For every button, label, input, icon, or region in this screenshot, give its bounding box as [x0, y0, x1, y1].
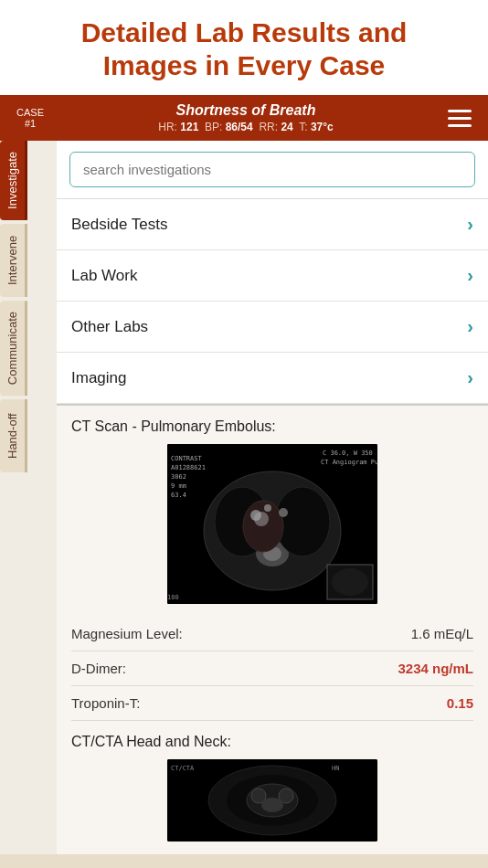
content-area: Bedside Tests › Lab Work › Other Labs › …	[57, 141, 488, 854]
sidebar-item-communicate[interactable]: Communicate	[0, 301, 27, 396]
svg-text:CONTRAST: CONTRAST	[171, 455, 203, 462]
svg-point-19	[332, 568, 368, 596]
sidebar-item-intervene[interactable]: Intervene	[0, 224, 27, 297]
menu-item-imaging[interactable]: Imaging ›	[57, 353, 488, 404]
case-name: Shortness of Breath	[57, 102, 435, 119]
lab-result-ddimer: D-Dimer: 3234 ng/mL	[71, 651, 473, 686]
svg-text:CT Angiogram Pulmon: CT Angiogram Pulmon	[321, 459, 377, 466]
ct-scan-title: CT Scan - Pulmonary Embolus:	[71, 418, 473, 435]
search-input[interactable]	[69, 152, 475, 187]
svg-text:HN: HN	[332, 765, 339, 772]
svg-text:3062: 3062	[171, 473, 186, 481]
svg-point-9	[264, 504, 271, 512]
ct-scan-image: C 36.0, W 350 CT Angiogram Pulmon CONTRA…	[167, 444, 377, 604]
svg-text:9 mm: 9 mm	[171, 482, 186, 490]
results-section: CT Scan - Pulmonary Embolus:	[57, 404, 488, 854]
sidebar-tabs: Investigate Intervene Communicate Hand-o…	[0, 141, 27, 476]
menu-item-bedside-tests[interactable]: Bedside Tests ›	[57, 199, 488, 250]
svg-text:A01288621: A01288621	[171, 464, 206, 471]
nav-arrows[interactable]: »	[13, 862, 22, 868]
svg-point-6	[243, 501, 283, 552]
sidebar-item-investigate[interactable]: Investigate	[0, 141, 27, 220]
chevron-right-icon: ›	[467, 214, 473, 235]
case-number: Case #1	[13, 107, 48, 129]
page-title-section: Detailed Lab Results and Images in Every…	[0, 0, 488, 95]
svg-text:63.4: 63.4	[171, 492, 186, 499]
svg-text:100: 100	[167, 594, 179, 601]
bottom-nav: »	[0, 854, 488, 868]
svg-point-27	[261, 798, 283, 812]
svg-text:C  36.0, W  350: C 36.0, W 350	[323, 450, 373, 457]
hamburger-button[interactable]	[444, 106, 475, 131]
page-title: Detailed Lab Results and Images in Every…	[15, 16, 473, 82]
svg-text:CT/CTA: CT/CTA	[171, 765, 195, 772]
main-layout: Investigate Intervene Communicate Hand-o…	[0, 141, 488, 854]
menu-list: Bedside Tests › Lab Work › Other Labs › …	[57, 199, 488, 404]
menu-item-other-labs[interactable]: Other Labs ›	[57, 302, 488, 353]
search-bar	[57, 141, 488, 199]
chevron-right-icon: ›	[467, 316, 473, 337]
chevron-right-icon: ›	[467, 265, 473, 286]
svg-point-8	[279, 508, 288, 517]
case-info: Shortness of Breath HR: 121 BP: 86/54 RR…	[57, 102, 435, 133]
lab-result-troponin: Troponin-T: 0.15	[71, 686, 473, 721]
cta-head-neck-image: CT/CTA HN	[167, 759, 377, 842]
case-bar: Case #1 Shortness of Breath HR: 121 BP: …	[0, 95, 488, 141]
sidebar-item-handoff[interactable]: Hand-off	[0, 399, 27, 472]
svg-point-10	[254, 512, 269, 526]
lab-result-magnesium: Magnesium Level: 1.6 mEq/L	[71, 617, 473, 651]
menu-item-lab-work[interactable]: Lab Work ›	[57, 250, 488, 302]
chevron-right-icon: ›	[467, 367, 473, 388]
case-vitals: HR: 121 BP: 86/54 RR: 24 T: 37°c	[57, 121, 435, 133]
cta-head-neck-title: CT/CTA Head and Neck:	[71, 734, 473, 750]
